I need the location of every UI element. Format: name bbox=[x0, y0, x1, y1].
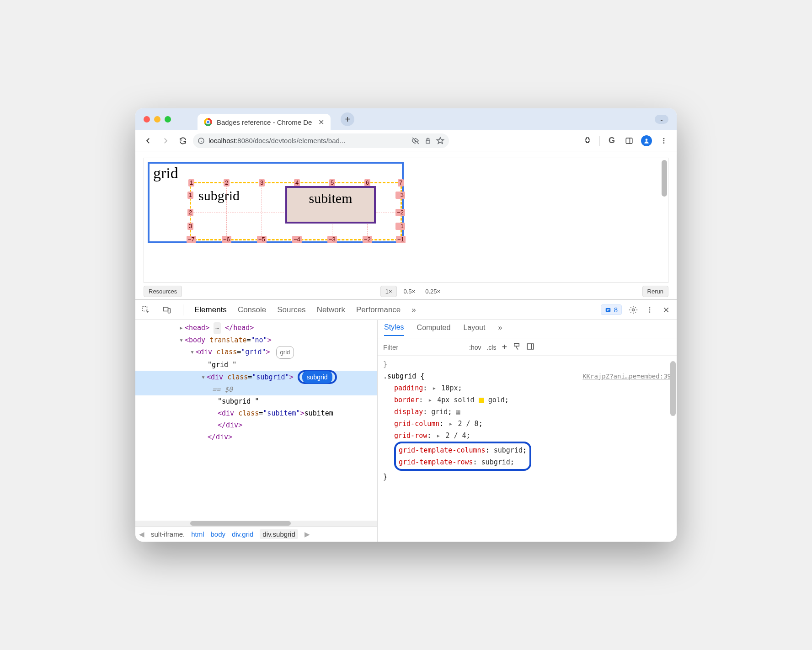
subgrid-badge[interactable]: subgrid bbox=[302, 371, 332, 384]
styles-toolbar: :hov .cls + bbox=[378, 339, 677, 356]
svg-point-7 bbox=[663, 140, 665, 141]
breadcrumbs: ◀ sult-iframe. html body div.grid div.su… bbox=[135, 526, 377, 542]
tab-styles[interactable]: Styles bbox=[384, 323, 404, 336]
computed-panel-icon[interactable] bbox=[526, 342, 534, 352]
device-icon[interactable] bbox=[162, 305, 172, 315]
browser-tab[interactable]: Badges reference - Chrome De ✕ bbox=[198, 114, 331, 130]
svg-rect-12 bbox=[605, 308, 610, 311]
crumb-subgrid[interactable]: div.subgrid bbox=[260, 529, 298, 539]
svg-point-13 bbox=[632, 309, 635, 311]
crumb-iframe[interactable]: sult-iframe. bbox=[151, 530, 185, 538]
tab-elements[interactable]: Elements bbox=[194, 305, 227, 314]
page-area: grid 1 2 3 4 5 6 7 bbox=[144, 158, 668, 283]
subitem-element[interactable]: subitem bbox=[285, 186, 376, 224]
svg-rect-17 bbox=[514, 343, 519, 346]
scrollbar[interactable] bbox=[662, 160, 667, 197]
new-tab-button[interactable]: + bbox=[341, 112, 354, 126]
tab-sources[interactable]: Sources bbox=[277, 305, 305, 314]
styles-tabs: Styles Computed Layout » bbox=[378, 320, 677, 339]
devtools: Elements Console Sources Network Perform… bbox=[135, 299, 677, 542]
titlebar: Badges reference - Chrome De ✕ + ⌄ bbox=[135, 108, 677, 130]
share-icon[interactable] bbox=[424, 137, 432, 144]
paint-icon[interactable] bbox=[513, 342, 521, 352]
new-rule-icon[interactable]: + bbox=[502, 342, 507, 352]
crumb-prev-icon[interactable]: ◀ bbox=[139, 530, 144, 538]
crumb-grid[interactable]: div.grid bbox=[232, 530, 253, 538]
svg-point-16 bbox=[649, 311, 651, 313]
styles-body[interactable]: } .subgrid {KKrajpZ?ani…pe=embed:39 padd… bbox=[378, 356, 677, 542]
crumb-body[interactable]: body bbox=[211, 530, 226, 538]
styles-panel: Styles Computed Layout » :hov .cls + } .… bbox=[378, 320, 677, 542]
forward-button[interactable] bbox=[158, 133, 173, 148]
kebab-menu-button[interactable] bbox=[657, 133, 671, 148]
reload-button[interactable] bbox=[176, 133, 190, 148]
grid-editor-icon[interactable]: ▦ bbox=[456, 408, 460, 416]
extensions-button[interactable] bbox=[580, 133, 595, 148]
dom-tree[interactable]: ▸<head> ⋯ </head> ▾<body translate="no">… bbox=[135, 320, 377, 521]
info-icon bbox=[198, 137, 205, 144]
svg-rect-18 bbox=[527, 344, 534, 349]
minimize-window-button[interactable] bbox=[154, 116, 160, 123]
tab-console[interactable]: Console bbox=[238, 305, 266, 314]
hov-toggle[interactable]: :hov bbox=[469, 344, 481, 351]
profile-button[interactable] bbox=[639, 133, 654, 148]
devtools-tabs: Elements Console Sources Network Perform… bbox=[135, 300, 677, 320]
crumb-html[interactable]: html bbox=[191, 530, 204, 538]
rule-source-link[interactable]: KKrajpZ?ani…pe=embed:39 bbox=[582, 370, 671, 382]
tab-title: Badges reference - Chrome De bbox=[217, 118, 312, 126]
viewport: grid 1 2 3 4 5 6 7 bbox=[135, 151, 677, 299]
viewport-footer: Resources 1× 0.5× 0.25× Rerun bbox=[144, 283, 668, 299]
crumb-next-icon[interactable]: ▶ bbox=[304, 530, 310, 538]
chrome-icon bbox=[204, 118, 212, 126]
google-icon[interactable]: G bbox=[604, 133, 619, 148]
svg-point-6 bbox=[663, 138, 665, 139]
chevron-down-icon[interactable]: ⌄ bbox=[655, 115, 668, 124]
dom-scrollbar[interactable] bbox=[135, 521, 377, 526]
svg-point-15 bbox=[649, 309, 651, 310]
resources-button[interactable]: Resources bbox=[144, 286, 182, 297]
styles-filter-input[interactable] bbox=[381, 341, 464, 353]
svg-point-5 bbox=[646, 139, 648, 141]
url-bar[interactable]: localhost:8080/docs/devtools/elements/ba… bbox=[193, 133, 449, 148]
settings-icon[interactable] bbox=[628, 305, 638, 315]
svg-point-8 bbox=[663, 142, 665, 144]
back-button[interactable] bbox=[141, 133, 155, 148]
url-text: localhost:8080/docs/devtools/elements/ba… bbox=[208, 137, 345, 144]
styles-tabs-more[interactable]: » bbox=[498, 324, 502, 336]
svg-rect-3 bbox=[626, 138, 632, 144]
svg-point-14 bbox=[649, 307, 651, 309]
tab-network[interactable]: Network bbox=[317, 305, 345, 314]
subgrid-label: subgrid bbox=[198, 188, 240, 203]
elements-panel: ▸<head> ⋯ </head> ▾<body translate="no">… bbox=[135, 320, 378, 542]
cls-toggle[interactable]: .cls bbox=[486, 344, 496, 351]
grid-badge[interactable]: grid bbox=[276, 346, 294, 359]
tab-computed[interactable]: Computed bbox=[417, 324, 451, 336]
grid-element[interactable]: grid 1 2 3 4 5 6 7 bbox=[148, 162, 404, 243]
close-window-button[interactable] bbox=[144, 116, 150, 123]
selected-dom-node[interactable]: ▾<div class="subgrid"> subgrid bbox=[135, 371, 377, 384]
traffic-lights bbox=[144, 116, 171, 123]
subitem-label: subitem bbox=[309, 191, 353, 206]
zoom-1x-button[interactable]: 1× bbox=[380, 286, 397, 297]
sidepanel-icon[interactable] bbox=[622, 133, 636, 148]
svg-rect-10 bbox=[164, 307, 168, 311]
browser-window: Badges reference - Chrome De ✕ + ⌄ local… bbox=[135, 108, 677, 542]
tab-performance[interactable]: Performance bbox=[356, 305, 401, 314]
maximize-window-button[interactable] bbox=[165, 116, 171, 123]
toolbar: localhost:8080/docs/devtools/elements/ba… bbox=[135, 130, 677, 151]
kebab-menu-icon[interactable] bbox=[645, 305, 655, 315]
star-icon[interactable] bbox=[436, 137, 444, 145]
close-tab-button[interactable]: ✕ bbox=[318, 118, 324, 127]
inspect-icon[interactable] bbox=[141, 305, 151, 315]
tabs-more-button[interactable]: » bbox=[411, 305, 416, 314]
color-swatch-gold[interactable] bbox=[479, 398, 484, 403]
zoom-025x-button[interactable]: 0.25× bbox=[422, 286, 444, 297]
subgrid-element[interactable]: 1 2 3 4 5 6 7 1 2 3 −3 −2 −1 −7 bbox=[190, 182, 402, 240]
rerun-button[interactable]: Rerun bbox=[642, 286, 668, 297]
tab-layout[interactable]: Layout bbox=[463, 324, 485, 336]
close-devtools-button[interactable] bbox=[661, 305, 671, 315]
zoom-05x-button[interactable]: 0.5× bbox=[400, 286, 419, 297]
issues-badge[interactable]: 8 bbox=[601, 304, 622, 315]
styles-scrollbar[interactable] bbox=[670, 357, 676, 453]
eye-off-icon[interactable] bbox=[411, 137, 420, 145]
